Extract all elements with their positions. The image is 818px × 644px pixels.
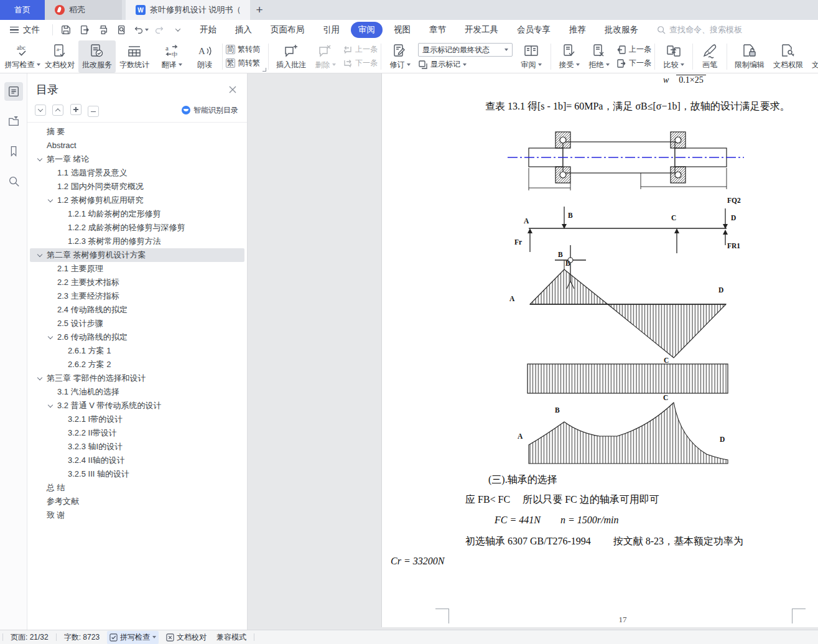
- toc-item[interactable]: 1.2.1 幼龄茶树的定形修剪: [30, 207, 244, 221]
- toc-item[interactable]: 3.2 普通 V 带传动系统的设计: [30, 399, 244, 413]
- toc-item[interactable]: Abstract: [30, 139, 244, 152]
- toc-item[interactable]: 1.2.2 成龄茶树的轻修剪与深修剪: [30, 221, 244, 235]
- toc-item[interactable]: 摘 要: [30, 125, 244, 139]
- toc-item[interactable]: 3.2.2 II带设计: [30, 426, 244, 440]
- chevron-down-icon[interactable]: [48, 403, 53, 408]
- toc-item[interactable]: 第一章 绪论: [30, 152, 244, 166]
- spell-check-toggle[interactable]: 拼写检查: [107, 631, 159, 644]
- next-comment-button[interactable]: 下一条: [343, 58, 378, 68]
- accept-button[interactable]: 接受: [554, 40, 584, 73]
- document-tab[interactable]: W 茶叶修剪机设计 说明书（论文）: [126, 0, 250, 20]
- zoom-in-toc-button[interactable]: [70, 104, 81, 115]
- toc-item[interactable]: 2.5 设计步骤: [30, 317, 244, 330]
- toc-item[interactable]: 1.2.3 茶树常用的修剪方法: [30, 235, 244, 248]
- doc-certify-button[interactable]: 文档认证: [807, 40, 818, 73]
- markup-state-select[interactable]: 显示标记的最终状态: [418, 43, 513, 57]
- chevron-down-icon[interactable]: [48, 334, 53, 339]
- smart-recognize-button[interactable]: 智能识别目录: [182, 105, 238, 116]
- trad-to-simp-button[interactable]: 简繁转简: [226, 44, 260, 55]
- dialog-launcher-icon[interactable]: [263, 68, 266, 72]
- read-aloud-button[interactable]: A 朗读: [190, 40, 219, 73]
- bookmark-panel-button[interactable]: [4, 142, 23, 161]
- menu-推荐[interactable]: 推荐: [562, 22, 593, 38]
- menu-视图[interactable]: 视图: [386, 22, 418, 38]
- word-count-indicator[interactable]: 字数: 8723: [62, 631, 102, 644]
- chevron-down-icon[interactable]: [37, 375, 42, 380]
- toc-item[interactable]: 2.3 主要经济指标: [30, 289, 244, 303]
- toc-item[interactable]: 1.2 国内外同类研究概况: [30, 180, 244, 194]
- chevron-down-icon[interactable]: [37, 156, 42, 161]
- toc-item[interactable]: 3.2.4 II轴的设计: [30, 454, 244, 467]
- toc-item[interactable]: 第二章 茶树修剪机设计方案: [30, 248, 244, 262]
- docer-tab[interactable]: 稻壳: [45, 0, 122, 20]
- toc-item[interactable]: 1.2 茶树修剪机应用研究: [30, 194, 244, 207]
- toc-item[interactable]: 2.6 传动路线的拟定: [30, 330, 244, 344]
- print-preview-button[interactable]: [114, 22, 130, 37]
- doc-proof-button[interactable]: a- 文档校对: [41, 40, 78, 73]
- new-tab-button[interactable]: +: [250, 0, 269, 20]
- menu-会员专享[interactable]: 会员专享: [509, 22, 558, 38]
- menu-开发工具[interactable]: 开发工具: [457, 22, 506, 38]
- toc-item[interactable]: 2.6.2 方案 2: [30, 358, 244, 371]
- menu-引用[interactable]: 引用: [315, 22, 347, 38]
- redo-button[interactable]: [151, 22, 167, 37]
- quick-access-more-button[interactable]: [170, 22, 186, 37]
- toc-item[interactable]: 3.2.3 轴I的设计: [30, 440, 244, 454]
- simp-to-trad-button[interactable]: 繁简转繁: [226, 58, 260, 68]
- toc-item[interactable]: 总 结: [30, 481, 244, 495]
- reject-button[interactable]: 拒绝: [584, 40, 614, 73]
- menu-开始[interactable]: 开始: [192, 22, 224, 38]
- menu-批改服务[interactable]: 批改服务: [597, 22, 646, 38]
- toc-item[interactable]: 3.2.1 I带的设计: [30, 413, 244, 426]
- toc-item[interactable]: 2.2 主要技术指标: [30, 276, 244, 289]
- file-menu-button[interactable]: 文件: [0, 24, 47, 35]
- collapse-all-button[interactable]: [52, 105, 63, 116]
- command-search[interactable]: 查找命令、搜索模板: [657, 24, 742, 35]
- find-panel-button[interactable]: [4, 172, 23, 190]
- toc-item[interactable]: 2.6.1 方案 1: [30, 344, 244, 358]
- prev-comment-button[interactable]: 上一条: [343, 44, 378, 55]
- toc-item[interactable]: 3.1 汽油机的选择: [30, 385, 244, 399]
- translate-button[interactable]: a中 翻译: [153, 40, 190, 73]
- toc-item[interactable]: 第三章 零部件的选择和设计: [30, 371, 244, 385]
- print-button[interactable]: [95, 22, 111, 37]
- close-panel-button[interactable]: [228, 85, 237, 94]
- doc-permission-button[interactable]: 文档权限: [769, 40, 807, 73]
- insert-comment-button[interactable]: 插入批注: [272, 40, 310, 73]
- compare-button[interactable]: 比较: [658, 40, 689, 73]
- chevron-down-icon[interactable]: [37, 252, 42, 257]
- review-pane-button[interactable]: 审阅: [515, 40, 547, 73]
- toc-item[interactable]: 致 谢: [30, 508, 244, 522]
- track-changes-button[interactable]: 修订: [384, 40, 416, 73]
- home-tab[interactable]: 首页: [0, 0, 45, 20]
- delete-comment-button[interactable]: 删除: [310, 40, 340, 73]
- review-panel-button[interactable]: [4, 112, 23, 131]
- toc-item[interactable]: 2.4 传动路线的拟定: [30, 303, 244, 317]
- menu-章节[interactable]: 章节: [422, 22, 453, 38]
- prev-change-button[interactable]: 上一条: [616, 44, 651, 55]
- save-button[interactable]: [58, 22, 74, 37]
- word-count-button[interactable]: 字数统计: [116, 40, 153, 73]
- brush-button[interactable]: 画笔: [696, 40, 723, 73]
- export-button[interactable]: [77, 22, 93, 37]
- outline-panel-button[interactable]: [4, 82, 23, 101]
- document-page[interactable]: w0.1×25 查表 13.1 得[s - 1b]= 60MPa，满足 σB≤[…: [382, 73, 818, 627]
- menu-审阅[interactable]: 审阅: [351, 22, 383, 38]
- show-markup-button[interactable]: 显示标记: [418, 59, 513, 70]
- toc-item[interactable]: 参考文献: [30, 495, 244, 508]
- restrict-edit-button[interactable]: 限制编辑: [730, 40, 769, 73]
- page-indicator[interactable]: 页面: 21/32: [8, 631, 51, 644]
- menu-插入[interactable]: 插入: [228, 22, 259, 38]
- zoom-out-toc-button[interactable]: [88, 106, 99, 117]
- toc-item[interactable]: 1.1 选题背景及意义: [30, 166, 244, 180]
- correction-service-button[interactable]: 批改服务: [78, 40, 116, 73]
- chevron-down-icon[interactable]: [48, 197, 53, 202]
- expand-all-button[interactable]: [35, 105, 46, 116]
- undo-button[interactable]: [132, 22, 149, 37]
- toc-item[interactable]: 3.2.5 III 轴的设计: [30, 467, 244, 481]
- toc-item[interactable]: 2.1 主要原理: [30, 262, 244, 276]
- menu-页面布局[interactable]: 页面布局: [263, 22, 312, 38]
- next-change-button[interactable]: 下一条: [616, 58, 651, 68]
- spell-check-button[interactable]: abc 拼写检查: [4, 40, 41, 73]
- doc-proof-status[interactable]: 文档校对: [164, 631, 209, 644]
